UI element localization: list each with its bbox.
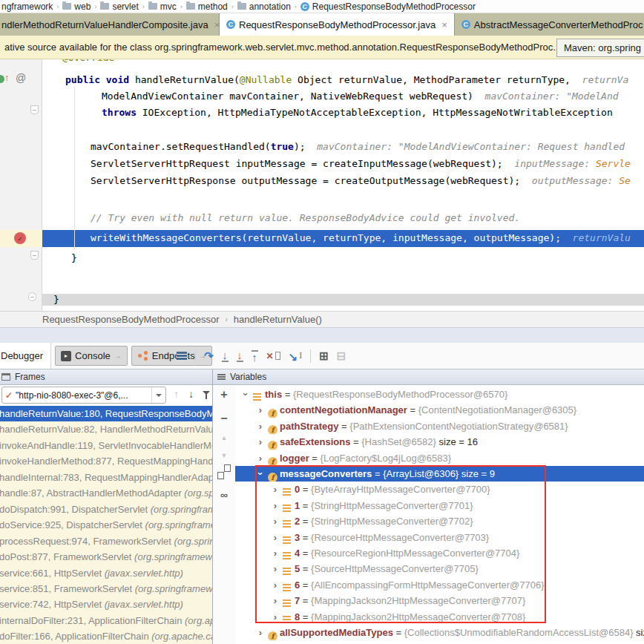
variable-row[interactable]: ›this = {RequestResponseBodyMethodProces… (235, 387, 644, 402)
code-line[interactable]: writeWithMessageConverters(returnValue, … (91, 232, 631, 244)
drop-frame-icon[interactable]: ✕ (266, 351, 280, 361)
code-line[interactable]: throws IOException, HttpMediaTypeNotAcce… (102, 107, 613, 119)
variable-row[interactable]: ›4 = {ResourceRegionHttpMessageConverter… (235, 545, 644, 561)
code-line[interactable]: // Try even with null return value. Resp… (91, 212, 520, 224)
breadcrumb-item-method[interactable]: method (186, 1, 228, 12)
variable-row[interactable]: ›2 = {StringHttpMessageConverter@7702} (235, 513, 644, 529)
variable-row[interactable]: ›fpathStrategy = {PathExtensionContentNe… (235, 418, 644, 434)
frame-row[interactable]: handle:87, AbstractHandlerMethodAdapter … (0, 485, 212, 501)
frame-row[interactable]: invokeHandlerMethod:877, RequestMappingH… (0, 453, 212, 469)
breadcrumb-item-annotation[interactable]: annotation (237, 1, 291, 12)
step-out-icon[interactable]: ↑ (252, 350, 258, 362)
chevron-collapsed-icon[interactable]: › (256, 625, 265, 640)
chevron-collapsed-icon[interactable]: › (271, 577, 280, 593)
code-editor[interactable]: ↑ @ − − − ✓ @Overridepublic void handleR… (0, 59, 644, 311)
breakpoint-verified-icon[interactable]: ✓ (14, 232, 26, 244)
chevron-collapsed-icon[interactable]: › (271, 530, 280, 545)
frame-row[interactable]: doPost:877, FrameworkServlet (org.spring… (0, 549, 212, 565)
previous-frame-icon[interactable]: ↑ (174, 388, 179, 400)
step-over-icon[interactable]: ↷ (204, 351, 214, 361)
frame-row[interactable]: doService:925, DispatcherServlet (org.sp… (0, 517, 212, 533)
move-down-icon[interactable]: ▼ (213, 452, 235, 459)
frame-row[interactable]: service:661, HttpServlet (javax.servlet.… (0, 565, 212, 581)
chevron-collapsed-icon[interactable]: › (256, 450, 265, 466)
variable-row[interactable]: ›flogger = {LogFactory$Log4jLog@6583} (235, 450, 644, 466)
chevron-collapsed-icon[interactable]: › (271, 498, 280, 513)
variable-row[interactable]: ›fsafeExtensions = {HashSet@6582} size =… (235, 434, 644, 450)
variable-row[interactable]: ›fadvice = {RequestResponseBodyAdviceCha… (235, 640, 644, 644)
variable-row[interactable]: ›6 = {AllEncompassingFormHttpMessageConv… (235, 577, 644, 593)
chevron-expanded-icon[interactable]: › (238, 390, 254, 399)
step-into-icon[interactable]: ↓ (222, 350, 229, 362)
editor-tab-3[interactable]: CAbstractMessageConverterMethodProc (455, 13, 644, 36)
chevron-collapsed-icon[interactable]: › (271, 513, 280, 529)
breadcrumb-item-servlet[interactable]: servlet (100, 1, 138, 12)
frame-row[interactable]: service:851, FrameworkServlet (org.sprin… (0, 581, 212, 597)
run-to-cursor-icon[interactable]: ↘I (289, 350, 303, 361)
variable-row[interactable]: ›3 = {ResourceHttpMessageConverter@7703} (235, 530, 644, 545)
code-line[interactable]: mavContainer.setRequestHandled(true); ma… (91, 141, 631, 153)
thread-selector[interactable]: ✓ "http-nio-8080-exec-3"@6,... (1, 387, 166, 404)
code-line[interactable]: ServletServerHttpRequest inputMessage = … (91, 158, 631, 170)
close-icon[interactable]: × (441, 19, 447, 30)
frame-row[interactable]: handleReturnValue:82, HandlerMethodRetur… (0, 421, 212, 437)
chevron-collapsed-icon[interactable]: › (256, 402, 265, 418)
frame-row[interactable]: handleInternal:783, RequestMappingHandle… (0, 470, 212, 485)
chevron-collapsed-icon[interactable]: › (271, 561, 280, 576)
variable-row[interactable]: ›7 = {MappingJackson2HttpMessageConverte… (235, 593, 644, 608)
code-line[interactable]: @Override (62, 59, 114, 64)
breadcrumb-item-mvc[interactable]: mvc (148, 1, 177, 12)
move-up-icon[interactable]: ▲ (213, 434, 235, 441)
chevron-collapsed-icon[interactable]: › (271, 609, 280, 625)
tool-tab-debugger[interactable]: Debugger (0, 343, 51, 369)
breadcrumb-item-ngframework[interactable]: ngframework (1, 1, 53, 12)
variable-row[interactable]: ›5 = {SourceHttpMessageConverter@7705} (235, 561, 644, 576)
code-line[interactable]: ModelAndViewContainer mavContainer, Nati… (102, 91, 619, 102)
fold-marker-icon[interactable]: − (28, 292, 36, 301)
breadcrumb-item-web[interactable]: web (62, 1, 91, 12)
code-line[interactable]: public void handleReturnValue(@Nullable … (65, 74, 628, 86)
remove-watch-icon[interactable]: − (213, 412, 235, 425)
view-breakpoints-icon[interactable]: ⊞ (319, 349, 329, 363)
frame-row[interactable]: processRequest:974, FrameworkServlet (or… (0, 533, 212, 549)
frame-row[interactable]: internalDoFilter:231, ApplicationFilterC… (0, 613, 212, 628)
show-watches-icon[interactable]: ∞ (213, 489, 235, 501)
breadcrumb-item-RequestResponseBodyMethodProcessor[interactable]: CRequestResponseBodyMethodProcessor (300, 1, 476, 12)
chevron-collapsed-icon[interactable]: › (271, 545, 280, 561)
variable-row[interactable]: ›1 = {StringHttpMessageConverter@7701} (235, 498, 644, 513)
code-line[interactable]: } (71, 252, 77, 264)
chevron-collapsed-icon[interactable]: › (256, 434, 265, 450)
chevron-collapsed-icon[interactable]: › (271, 593, 280, 608)
choose-sources-button[interactable]: Maven: org.spring (556, 39, 644, 57)
code-line[interactable]: ServletServerHttpResponse outputMessage … (91, 175, 631, 187)
add-watch-icon[interactable]: + (213, 388, 235, 401)
dropdown-box[interactable] (151, 387, 165, 403)
mute-breakpoints-icon[interactable]: ⊟ (337, 349, 346, 363)
filter-icon[interactable] (203, 391, 211, 400)
window-menu-icon[interactable] (177, 352, 187, 360)
chevron-collapsed-icon[interactable]: › (256, 418, 265, 434)
fold-marker-icon[interactable]: − (30, 251, 39, 260)
breadcrumb-method[interactable]: handleReturnValue() (234, 314, 322, 325)
chevron-collapsed-icon[interactable]: › (271, 482, 280, 497)
force-step-into-icon[interactable]: ↓ (237, 350, 243, 362)
code-line[interactable]: } (53, 294, 59, 306)
tool-tab-console[interactable]: ▸Console→ (55, 346, 128, 366)
chevron-expanded-icon[interactable]: › (253, 470, 269, 479)
frame-row[interactable]: doFilter:166, ApplicationFilterChain (or… (0, 628, 212, 644)
frame-row[interactable]: doDispatch:991, DispatcherServlet (org.s… (0, 502, 212, 517)
variable-row[interactable]: ›8 = {MappingJackson2HttpMessageConverte… (235, 609, 644, 625)
next-frame-icon[interactable]: ↓ (188, 388, 194, 400)
overrides-method-icon[interactable]: ↑ (4, 72, 10, 83)
editor-tab-2[interactable]: CRequestResponseBodyMethodProcessor.java… (220, 13, 455, 36)
variable-row[interactable]: ›fallSupportedMediaTypes = {Collections$… (235, 625, 644, 640)
variable-row[interactable]: ›0 = {ByteArrayHttpMessageConverter@7700… (235, 482, 644, 497)
chevron-collapsed-icon[interactable]: › (256, 640, 265, 644)
frame-row[interactable]: handleReturnValue:180, RequestResponseBo… (0, 406, 212, 421)
editor-tab-1[interactable]: ndlerMethodReturnValueHandlerComposite.j… (0, 13, 220, 36)
frame-row[interactable]: invokeAndHandle:119, ServletInvocableHan… (0, 438, 212, 453)
frame-row[interactable]: service:742, HttpServlet (javax.servlet.… (0, 597, 212, 612)
fold-marker-icon[interactable]: − (30, 105, 39, 114)
variable-row[interactable]: ›fcontentNegotiationManager = {ContentNe… (235, 402, 644, 418)
breadcrumb-class[interactable]: RequestResponseBodyMethodProcessor (42, 314, 219, 325)
